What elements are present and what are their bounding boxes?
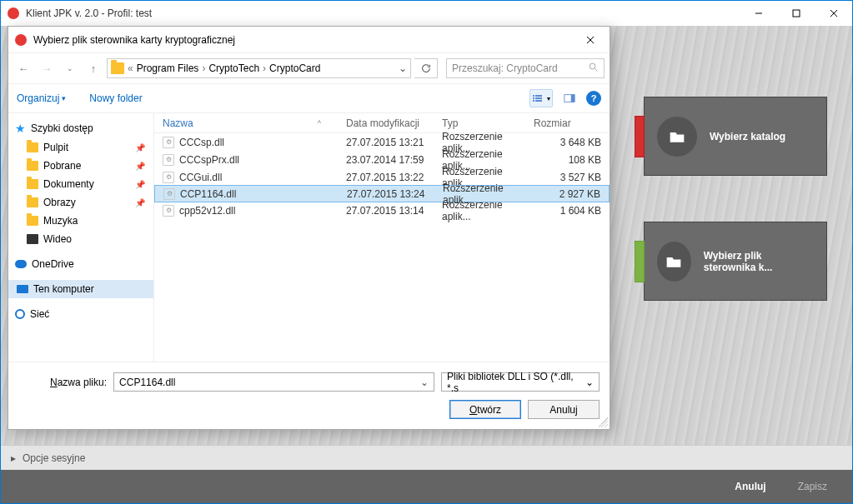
forward-button[interactable]: →	[37, 58, 57, 78]
sidebar-item-downloads[interactable]: Pobrane📌	[8, 157, 153, 175]
file-dialog: Wybierz plik sterownika karty kryptograf…	[8, 26, 610, 430]
breadcrumb-dropdown[interactable]: ⌄	[399, 62, 407, 74]
folder-icon	[27, 179, 38, 189]
back-button[interactable]: ←	[13, 58, 33, 78]
breadcrumb-seg[interactable]: CryptoCard	[269, 62, 320, 74]
session-options-label: Opcje sesyjne	[23, 452, 85, 464]
breadcrumb[interactable]: « Program Files › CryptoTech › CryptoCar…	[107, 58, 411, 78]
app-title: Klient JPK v. 2.0 - Profil: test	[26, 7, 740, 19]
svg-rect-13	[535, 100, 542, 102]
minimize-button[interactable]	[740, 1, 777, 26]
col-date-header[interactable]: Data modyfikacji	[346, 117, 442, 129]
dialog-toolbar: Organizuj▾ Nowy folder ▾ ?	[8, 83, 610, 113]
chevron-right-icon: ›	[263, 62, 266, 74]
dialog-icon	[15, 34, 27, 46]
col-name-header[interactable]: Nazwa^	[154, 117, 346, 129]
refresh-button[interactable]	[414, 58, 438, 78]
file-type-filter[interactable]: Pliki bibliotek DLL i SO (*.dll, *.s ⌄	[441, 372, 600, 392]
pin-icon: 📌	[135, 162, 145, 171]
up-button[interactable]: ↑	[83, 58, 103, 78]
close-button[interactable]	[815, 1, 852, 26]
select-driver-panel[interactable]: Wybierz plik sterownika k...	[644, 222, 827, 301]
computer-icon	[17, 285, 28, 293]
dialog-close-button[interactable]	[578, 29, 603, 51]
footer: Anuluj Zapisz	[1, 470, 852, 503]
folder-icon	[27, 161, 38, 171]
file-row[interactable]: ⚙CCGui.dll 27.07.2015 13:22 Rozszerzenie…	[154, 168, 610, 186]
sidebar-item-desktop[interactable]: Pulpit📌	[8, 138, 153, 157]
app-cancel-button[interactable]: Anuluj	[722, 475, 778, 498]
filename-input[interactable]: CCP1164.dll ⌄	[113, 372, 434, 392]
folder-icon	[657, 242, 691, 282]
sort-asc-icon: ^	[318, 119, 321, 127]
sidebar-item-video[interactable]: Wideo	[8, 230, 153, 248]
status-tab-red	[635, 116, 645, 157]
breadcrumb-seg[interactable]: CryptoTech	[208, 62, 259, 74]
chevron-down-icon[interactable]: ⌄	[420, 377, 429, 388]
dll-icon: ⚙	[163, 205, 174, 217]
resize-handle[interactable]	[598, 417, 608, 427]
col-type-header[interactable]: Typ	[442, 117, 534, 129]
dialog-buttons: Otwórz Anuluj	[50, 400, 600, 419]
svg-rect-10	[533, 97, 534, 99]
session-options[interactable]: ▸ Opcje sesyjne	[1, 445, 852, 470]
network-icon	[15, 309, 25, 319]
dialog-cancel-button[interactable]: Anuluj	[528, 400, 600, 419]
open-button[interactable]: Otwórz	[449, 400, 521, 419]
col-size-header[interactable]: Rozmiar	[534, 117, 610, 129]
help-button[interactable]: ?	[586, 91, 601, 106]
dll-icon: ⚙	[163, 172, 174, 183]
new-folder-button[interactable]: Nowy folder	[89, 92, 142, 104]
chevron-right-icon: ›	[202, 62, 205, 74]
status-tab-green	[635, 241, 645, 282]
organize-button[interactable]: Organizuj▾	[17, 92, 66, 104]
dialog-nav: ← → ⌄ ↑ « Program Files › CryptoTech › C…	[8, 53, 610, 83]
select-folder-label: Wybierz katalog	[710, 131, 785, 142]
sidebar-item-onedrive[interactable]: OneDrive	[8, 255, 153, 273]
file-row[interactable]: ⚙cpp52v12.dll 27.07.2015 13:14 Rozszerze…	[154, 202, 610, 219]
app-icon	[8, 7, 19, 19]
svg-rect-9	[535, 95, 542, 97]
dll-icon: ⚙	[163, 154, 174, 166]
dialog-title: Wybierz plik sterownika karty kryptograf…	[33, 34, 578, 46]
folder-icon	[27, 216, 38, 226]
view-options-button[interactable]: ▾	[529, 89, 553, 107]
file-listing: Nazwa^ Data modyfikacji Typ Rozmiar ⚙CCC…	[154, 113, 610, 362]
svg-rect-12	[533, 100, 534, 102]
preview-pane-button[interactable]	[558, 89, 581, 107]
sidebar-item-music[interactable]: Muzyka	[8, 212, 153, 230]
chevron-down-icon: ⌄	[585, 377, 594, 388]
filename-row: Nazwa pliku: CCP1164.dll ⌄ Pliki bibliot…	[50, 372, 600, 392]
folder-icon	[27, 142, 38, 152]
svg-rect-11	[535, 97, 542, 99]
pin-icon: 📌	[135, 180, 145, 189]
recent-dropdown[interactable]: ⌄	[60, 58, 80, 78]
dialog-bottom: Nazwa pliku: CCP1164.dll ⌄ Pliki bibliot…	[8, 362, 610, 429]
sidebar-item-network[interactable]: Sieć	[8, 305, 153, 323]
sidebar-item-pictures[interactable]: Obrazy📌	[8, 193, 153, 212]
file-row[interactable]: ⚙CCCsp.dll 27.07.2015 13:21 Rozszerzenie…	[154, 133, 610, 151]
folder-icon	[657, 117, 697, 157]
maximize-button[interactable]	[777, 1, 815, 26]
quick-access-header[interactable]: ★ Szybki dostęp	[8, 118, 153, 138]
app-body: Wybierz katalog Wybierz plik sterownika …	[1, 26, 852, 503]
chevron-right-icon: ▸	[11, 452, 16, 464]
app-window: Klient JPK v. 2.0 - Profil: test Wybierz…	[0, 0, 853, 504]
svg-point-6	[590, 63, 595, 69]
sidebar-item-thispc[interactable]: Ten komputer	[8, 280, 153, 298]
app-save-button[interactable]: Zapisz	[785, 475, 840, 498]
file-row[interactable]: ⚙CCCspPrx.dll 23.07.2014 17:59 Rozszerze…	[154, 151, 610, 168]
cloud-icon	[15, 260, 27, 268]
search-input[interactable]	[452, 62, 585, 74]
sidebar-item-documents[interactable]: Dokumenty📌	[8, 175, 153, 193]
search-box[interactable]	[446, 58, 605, 78]
dialog-titlebar: Wybierz plik sterownika karty kryptograf…	[8, 27, 610, 53]
chevron-down-icon: ▾	[62, 94, 66, 102]
dialog-main: ★ Szybki dostęp Pulpit📌 Pobrane📌 Dokumen…	[8, 113, 610, 362]
file-row[interactable]: ⚙CCP1164.dll 27.07.2015 13:24 Rozszerzen…	[154, 185, 610, 202]
select-folder-panel[interactable]: Wybierz katalog	[644, 97, 827, 176]
sidebar: ★ Szybki dostęp Pulpit📌 Pobrane📌 Dokumen…	[8, 113, 154, 362]
window-controls	[740, 1, 852, 26]
svg-rect-1	[793, 10, 800, 17]
breadcrumb-seg[interactable]: Program Files	[137, 62, 199, 74]
